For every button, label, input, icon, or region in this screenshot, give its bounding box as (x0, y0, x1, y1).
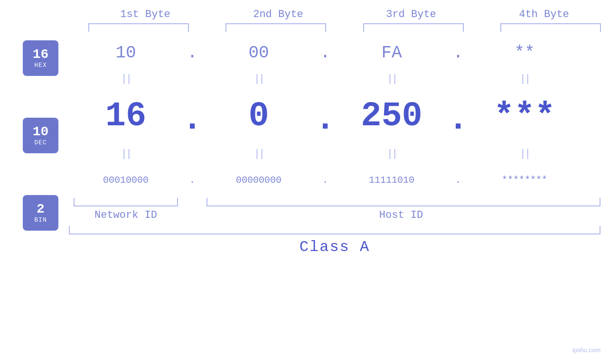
hex-val-1: 10 (69, 36, 183, 70)
bracket-top-4 (500, 23, 601, 32)
bracket-top-2 (225, 23, 326, 32)
badges-column: 16 HEX 10 DEC 2 BIN (23, 40, 58, 231)
main-container: 1st Byte 2nd Byte 3rd Byte 4th Byte 16 H… (0, 0, 610, 364)
hex-val-3: FA (335, 36, 449, 70)
bin-val-2: 00000000 (202, 163, 316, 197)
class-label: Class A (69, 238, 601, 256)
hex-row: 10 . 00 . FA . ** (69, 36, 601, 70)
bin-badge: 2 BIN (23, 195, 58, 231)
bin-val-3: 11111010 (335, 163, 449, 197)
bracket-host-bottom (206, 198, 601, 206)
eq1-2: || (202, 73, 316, 85)
eq2-3: || (335, 148, 449, 160)
byte2-header: 2nd Byte (221, 9, 335, 20)
dec-val-2: 0 (202, 88, 316, 145)
dec-val-1: 16 (69, 88, 183, 145)
dec-dot-2: . (316, 88, 335, 145)
watermark: ipshu.com (572, 346, 601, 354)
bin-row: 00010000 . 00000000 . 11111010 . *******… (69, 163, 601, 197)
bin-dot-3: . (449, 163, 468, 197)
bin-val-1: 00010000 (69, 163, 183, 197)
equals-row-2: || || || || (69, 145, 601, 163)
hex-badge-number: 16 (33, 47, 49, 62)
bottom-brackets (69, 198, 601, 206)
eq2-1: || (69, 148, 183, 160)
hex-badge: 16 HEX (23, 40, 58, 76)
byte3-header: 3rd Byte (354, 9, 468, 20)
eq1-3: || (335, 73, 449, 85)
bracket-top-1 (88, 23, 189, 32)
dec-row: 16 . 0 . 250 . *** (69, 88, 601, 145)
bin-val-4: ******** (468, 163, 582, 197)
bracket-full-bottom (69, 226, 601, 234)
bin-dot-2: . (316, 163, 335, 197)
dec-dot-3: . (449, 88, 468, 145)
hex-val-4: ** (468, 36, 582, 70)
dec-val-4: *** (468, 88, 582, 145)
bin-badge-number: 2 (37, 202, 45, 217)
hex-val-2: 00 (202, 36, 316, 70)
dec-val-3: 250 (335, 88, 449, 145)
bin-badge-label: BIN (34, 216, 47, 224)
host-id-label: Host ID (202, 209, 601, 221)
dec-badge-number: 10 (33, 125, 49, 140)
dec-badge-label: DEC (34, 139, 47, 146)
eq2-2: || (202, 148, 316, 160)
network-id-label: Network ID (69, 209, 183, 221)
hex-badge-label: HEX (34, 62, 47, 69)
eq1-1: || (69, 73, 183, 85)
dec-badge: 10 DEC (23, 118, 58, 153)
bracket-network-bottom (74, 198, 178, 206)
equals-row-1: || || || || (69, 70, 601, 88)
bracket-top-3 (363, 23, 464, 32)
bin-dot-1: . (183, 163, 202, 197)
id-labels: Network ID Host ID (69, 209, 601, 221)
eq2-4: || (468, 148, 582, 160)
hex-dot-2: . (316, 36, 335, 70)
hex-dot-3: . (449, 36, 468, 70)
data-rows: 10 . 00 . FA . ** || || || || 16 (69, 36, 601, 256)
dec-dot-1: . (183, 88, 202, 145)
eq1-4: || (468, 73, 582, 85)
byte1-header: 1st Byte (88, 9, 202, 20)
byte4-header: 4th Byte (487, 9, 601, 20)
hex-dot-1: . (183, 36, 202, 70)
